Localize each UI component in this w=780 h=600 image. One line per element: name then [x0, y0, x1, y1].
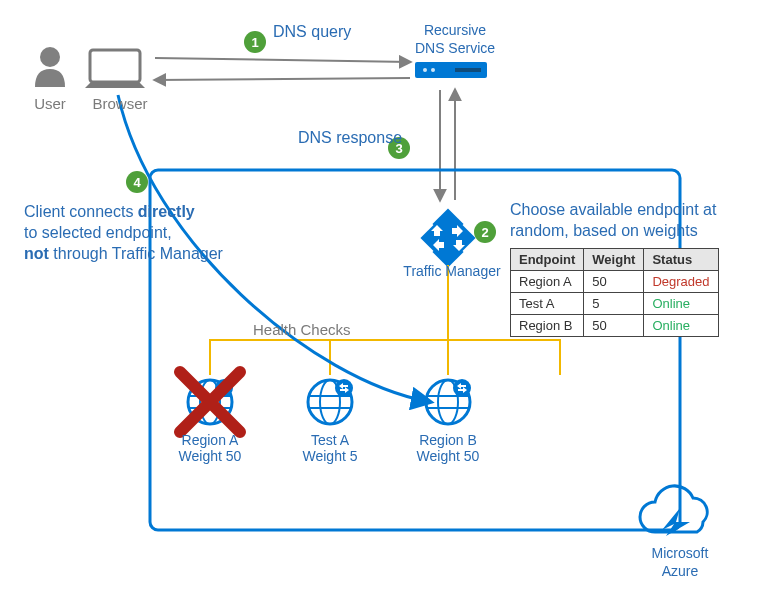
step-4-note-line1-pre: Client connects [24, 203, 138, 220]
endpoint-weights-table-wrap: Endpoint Weight Status Region A 50 Degra… [510, 248, 719, 337]
table-header-weight: Weight [584, 249, 644, 271]
azure-label: Microsoft Azure [640, 545, 720, 580]
table-row: Region B 50 Online [511, 315, 719, 337]
endpoint-region-b-caption: Region B Weight 50 [403, 432, 493, 464]
table-header-status: Status [644, 249, 718, 271]
endpoint-region-a-caption: Region A Weight 50 [165, 432, 255, 464]
endpoint-weights-table: Endpoint Weight Status Region A 50 Degra… [510, 248, 719, 337]
svg-rect-5 [455, 68, 481, 72]
dns-response-label: DNS response [298, 129, 402, 146]
endpoint-test-a-name: Test A [311, 432, 349, 448]
endpoint-region-a-name: Region A [182, 432, 239, 448]
step-2-badge: 2 [474, 221, 496, 243]
step-4-note: Client connects directly to selected end… [24, 202, 284, 264]
svg-point-0 [40, 47, 60, 67]
table-cell-endpoint: Region A [511, 271, 584, 293]
azure-label-line1: Microsoft [652, 545, 709, 561]
step-2-number: 2 [481, 225, 488, 240]
table-cell-weight: 50 [584, 315, 644, 337]
browser-label: Browser [85, 95, 155, 112]
svg-rect-1 [90, 50, 140, 82]
endpoint-region-b-icon [426, 379, 471, 424]
table-cell-status: Degraded [644, 271, 718, 293]
step-2-note-line1: Choose available endpoint at [510, 201, 716, 218]
endpoint-test-a-weight: Weight 5 [303, 448, 358, 464]
dns-service-icon [415, 62, 487, 78]
table-cell-status: Online [644, 315, 718, 337]
table-cell-status: Online [644, 293, 718, 315]
dns-service-label-line1: Recursive [424, 22, 486, 38]
svg-point-21 [335, 379, 353, 397]
table-header-endpoint: Endpoint [511, 249, 584, 271]
endpoint-test-a-icon [308, 379, 353, 424]
endpoint-region-a-weight: Weight 50 [179, 448, 242, 464]
svg-point-4 [431, 68, 435, 72]
svg-point-26 [453, 379, 471, 397]
step-1-number: 1 [251, 35, 258, 50]
azure-cloud-icon [640, 486, 707, 536]
health-checks-label: Health Checks [253, 321, 351, 338]
step-4-badge: 4 [126, 171, 148, 193]
traffic-manager-icon [420, 208, 475, 267]
dns-service-label-line2: DNS Service [415, 40, 495, 56]
traffic-manager-label: Traffic Manager [402, 263, 502, 281]
table-cell-endpoint: Region B [511, 315, 584, 337]
user-label: User [28, 95, 72, 112]
user-icon [35, 47, 65, 87]
endpoint-region-b-name: Region B [419, 432, 477, 448]
step-4-note-line3-strong: not [24, 245, 49, 262]
step-4-note-line1-strong: directly [138, 203, 195, 220]
step-1-badge: 1 [244, 31, 266, 53]
dns-service-label: Recursive DNS Service [410, 22, 500, 57]
dns-return-arrow [155, 78, 410, 80]
dns-query-label: DNS query [273, 23, 351, 40]
table-cell-weight: 50 [584, 271, 644, 293]
table-row: Region A 50 Degraded [511, 271, 719, 293]
svg-point-3 [423, 68, 427, 72]
step-4-note-line3-post: through Traffic Manager [49, 245, 223, 262]
step-4-number: 4 [133, 175, 141, 190]
health-check-branch [210, 340, 560, 375]
browser-icon [85, 50, 145, 88]
endpoint-region-b-weight: Weight 50 [417, 448, 480, 464]
table-cell-endpoint: Test A [511, 293, 584, 315]
step-2-note-line2: random, based on weights [510, 222, 698, 239]
table-row: Test A 5 Online [511, 293, 719, 315]
dns-query-arrow [155, 58, 410, 62]
azure-label-line2: Azure [662, 563, 699, 579]
table-header-row: Endpoint Weight Status [511, 249, 719, 271]
step-4-note-line2: to selected endpoint, [24, 224, 172, 241]
step-2-note: Choose available endpoint at random, bas… [510, 200, 760, 242]
table-cell-weight: 5 [584, 293, 644, 315]
endpoint-test-a-caption: Test A Weight 5 [285, 432, 375, 464]
